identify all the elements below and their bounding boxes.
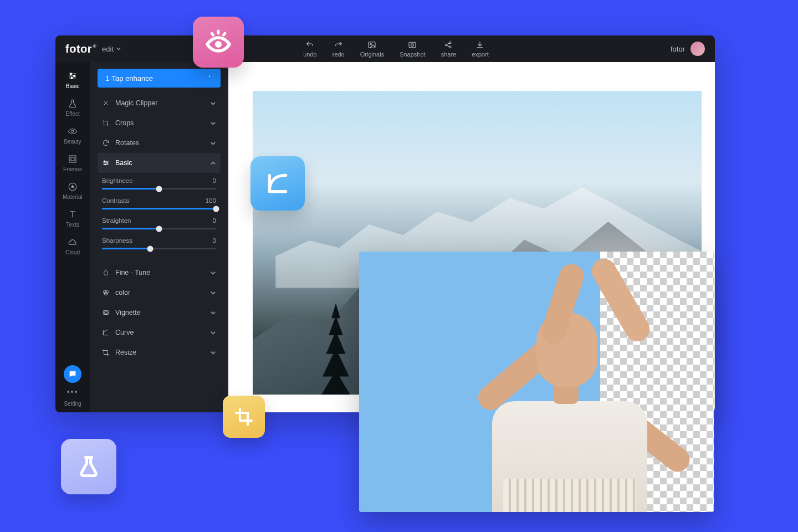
sliders-icon [68,71,78,81]
preview-icon [205,29,232,55]
section-label: Resize [115,349,136,356]
scissors-icon [102,99,110,107]
slider-value: 0 [213,237,216,244]
chevron-down-icon [210,270,216,276]
rail-label: Texts [66,222,79,228]
float-crop-card [223,396,265,438]
basic-sliders: Brightneee 0 Contrasts 100 [98,173,221,263]
rail-label: Frames [63,166,82,172]
user-label: fotor [671,45,685,53]
svg-point-7 [70,73,72,75]
flask-icon [76,454,101,479]
text-icon [68,209,78,219]
rail-setting[interactable]: Setting [64,401,81,407]
slider-track[interactable] [102,208,216,209]
rail-label: Material [63,194,83,200]
sliders-icon [102,159,110,167]
section-label: Curve [115,329,134,336]
undo-icon [305,40,314,49]
share-button[interactable]: share [441,40,457,58]
chevron-down-icon [210,140,216,146]
rotate-icon [102,139,110,147]
undo-label: undo [303,51,316,58]
slider-label: Sharpness [102,237,132,244]
slider-sharpness[interactable]: Sharpness 0 [102,237,216,249]
rail-label: Effect [65,111,79,117]
curve-icon [265,171,290,196]
section-label: color [115,289,130,296]
section-rotates[interactable]: Rotates [98,133,221,153]
download-icon [475,40,484,49]
subject-image [442,252,697,512]
svg-point-8 [74,75,75,77]
svg-point-22 [215,41,222,48]
frame-icon [68,154,78,164]
edit-menu[interactable]: edit [102,45,121,53]
rail-material[interactable]: Material [55,177,90,204]
slider-track[interactable] [102,248,216,249]
more-icon[interactable]: ••• [67,387,79,396]
section-curve[interactable]: Curve [98,323,221,342]
section-vignette[interactable]: Vignette [98,303,221,323]
rail-beauty[interactable]: Beauty [55,122,90,149]
rail-bottom: ••• Setting [55,365,90,407]
svg-rect-2 [409,42,416,47]
chevron-down-icon [116,46,121,52]
slider-straighten[interactable]: Straighten 0 [102,217,216,229]
rail-texts[interactable]: Texts [55,205,90,232]
slider-value: 100 [206,197,216,204]
side-rail: Basic Effect Beauty Frames Material Text… [55,62,90,412]
rail-basic[interactable]: Basic [55,66,90,93]
slider-contrasts[interactable]: Contrasts 100 [102,197,216,209]
slider-value: 0 [213,177,216,184]
undo-button[interactable]: undo [303,40,316,58]
svg-point-14 [104,161,105,162]
rail-label: Basic [66,83,79,89]
svg-rect-11 [69,156,76,162]
crop-icon [102,119,110,127]
redo-icon [334,40,343,49]
originals-button[interactable]: Originals [360,40,384,58]
rail-effect[interactable]: Effect [55,94,90,121]
section-resize[interactable]: Resize [98,342,221,362]
rail-cloud[interactable]: Cloud [55,233,90,259]
topbar-user[interactable]: fotor [671,42,705,56]
section-label: Crops [115,119,134,127]
section-color[interactable]: color [98,283,221,303]
curve-icon [102,329,110,336]
camera-icon [408,40,417,49]
svg-point-16 [105,164,106,165]
redo-button[interactable]: redo [332,40,345,58]
snapshot-button[interactable]: Snapshot [400,40,425,58]
slider-label: Contrasts [102,197,129,204]
rail-label: Beauty [64,139,81,145]
slider-brightness[interactable]: Brightneee 0 [102,177,216,190]
svg-point-21 [104,311,108,314]
section-fine-tune[interactable]: Fine - Tune [98,263,221,283]
support-chat-button[interactable] [64,365,81,383]
section-crops[interactable]: Crops [98,113,221,133]
eye-icon [68,126,78,136]
section-label: Magic Clipper [115,99,157,107]
svg-rect-12 [71,157,74,161]
resize-icon [102,349,110,356]
rail-frames[interactable]: Frames [55,150,90,176]
edit-panel: 1-Tap enhance Magic Clipper Crops Rotate… [90,62,228,412]
slider-track[interactable] [102,188,216,190]
cloud-icon [68,237,78,247]
export-button[interactable]: export [472,40,489,58]
slider-track[interactable] [102,228,216,229]
crop-icon [234,407,253,426]
one-tap-enhance-button[interactable]: 1-Tap enhance [98,69,221,88]
vignette-icon [102,309,110,316]
section-magic-clipper[interactable]: Magic Clipper [98,93,221,113]
section-label: Rotates [115,139,139,147]
chevron-down-icon [210,100,216,106]
app-logo: fotor® [65,43,92,55]
share-icon [444,40,453,49]
section-label: Fine - Tune [115,269,150,277]
svg-rect-0 [369,42,375,48]
svg-point-9 [71,77,73,79]
enhance-label: 1-Tap enhance [105,74,153,83]
section-basic[interactable]: Basic [98,153,221,173]
